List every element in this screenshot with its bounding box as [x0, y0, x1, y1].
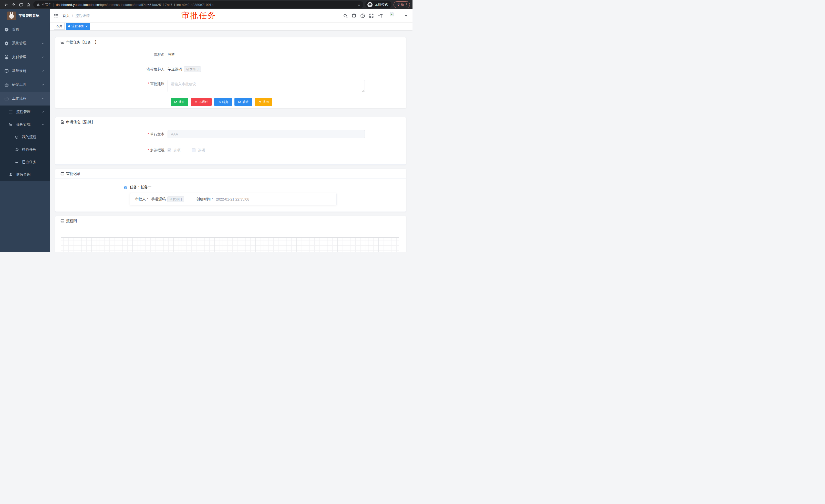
- sidebar-item-leave-query[interactable]: 请假查询: [0, 168, 50, 181]
- toolbox-icon: [4, 96, 9, 101]
- sidebar-item-task-mgmt[interactable]: 任务管理: [0, 118, 50, 131]
- active-dot: [68, 25, 70, 27]
- checkbox-checked-icon: [167, 148, 171, 152]
- avatar[interactable]: [389, 11, 399, 21]
- top-navbar: 首页 流程详情: [50, 9, 412, 22]
- advice-textarea[interactable]: [167, 80, 365, 92]
- sidebar-item-label: 支付管理: [12, 55, 41, 60]
- home-icon[interactable]: [25, 1, 32, 8]
- sidebar-item-my-process[interactable]: 我的流程: [0, 131, 50, 143]
- not-secure-indicator[interactable]: 不安全: [36, 2, 52, 7]
- font-size-icon[interactable]: [378, 14, 383, 18]
- tab-process-detail[interactable]: 流程详情: [66, 23, 90, 30]
- card-body: 任务：任务一 审批人： 芋道源码 研发部门 创建时间： 2022-01-21 2…: [55, 179, 406, 212]
- delegate-button[interactable]: 委派: [234, 98, 252, 106]
- transfer-button[interactable]: 转办: [214, 98, 232, 106]
- sidebar-item-home[interactable]: 首页: [0, 22, 50, 36]
- back-icon[interactable]: [3, 1, 9, 8]
- circle-x-icon: [195, 100, 198, 103]
- edit-square-icon: [218, 100, 221, 103]
- field-label: 审批建议: [134, 80, 167, 92]
- checkbox-unchecked-icon: [192, 148, 196, 152]
- breadcrumb: 首页 流程详情: [63, 14, 90, 18]
- url-path: /bpm/process-instance/detail?id=54aa251f…: [99, 3, 214, 7]
- sidebar-item-label: 基础设施: [12, 69, 41, 73]
- url-text[interactable]: dashboard.yudao.iocoder.cn/bpm/process-i…: [56, 3, 355, 7]
- chevron-down-icon: [41, 56, 44, 59]
- app-logo[interactable]: 芋道管理系统: [0, 9, 50, 22]
- sidebar-item-workflow[interactable]: 工作流程: [0, 92, 50, 105]
- card-title: 审批记录: [66, 172, 80, 176]
- sidebar-item-label: 已办任务: [22, 160, 44, 164]
- eye-open-icon: [14, 148, 19, 152]
- github-icon[interactable]: [352, 13, 356, 18]
- approve-button[interactable]: 通过: [171, 98, 188, 106]
- sidebar-item-todo-tasks[interactable]: 待办任务: [0, 143, 50, 156]
- sidebar-item-done-tasks[interactable]: 已办任务: [0, 156, 50, 168]
- approver-name: 芋道源码: [151, 197, 165, 201]
- form-row-checkbox-group: 多选框组 选项一 选项二: [134, 146, 401, 154]
- reject-button[interactable]: 不通过: [191, 98, 212, 106]
- time-value: 2022-01-21 22:35:08: [216, 197, 249, 201]
- forward-icon[interactable]: [10, 1, 17, 8]
- sidebar-item-infra[interactable]: 基础设施: [0, 64, 50, 78]
- checkbox-option1[interactable]: 选项一: [167, 148, 184, 153]
- button-label: 退回: [262, 100, 269, 104]
- form-row-process-name: 流程名 滔博: [134, 51, 401, 59]
- breadcrumb-home[interactable]: 首页: [63, 14, 70, 18]
- list-icon: [8, 110, 13, 114]
- clock-icon: [124, 185, 127, 189]
- approval-actions: 通过 不通过 转办 委派: [171, 98, 401, 106]
- tab-label: 流程详情: [71, 24, 84, 28]
- incognito-label: 无痕模式: [375, 2, 388, 7]
- time-label: 创建时间：: [196, 197, 214, 201]
- sidebar-fold-icon[interactable]: [50, 9, 63, 22]
- initiator-name: 芋道源码: [167, 65, 182, 73]
- sidebar: 芋道管理系统 首页 系统管理 支付管理 基础设施 研发工具: [0, 9, 50, 252]
- sidebar-item-label: 流程管理: [16, 110, 41, 114]
- picture-icon: [61, 219, 64, 223]
- reload-icon[interactable]: [17, 1, 24, 8]
- not-secure-label: 不安全: [42, 2, 52, 7]
- help-icon[interactable]: [360, 13, 365, 18]
- address-bar[interactable]: 不安全 dashboard.yudao.iocoder.cn/bpm/proce…: [33, 1, 363, 8]
- bpmn-canvas-grid[interactable]: [61, 237, 399, 252]
- breadcrumb-current: 流程详情: [75, 14, 90, 18]
- card-title: 审批任务【任务一】: [66, 40, 98, 45]
- tags-view-bar: 首页 流程详情: [50, 22, 412, 30]
- toolbox-icon: [4, 83, 9, 87]
- bookmark-star-icon[interactable]: ☆: [357, 2, 361, 7]
- edit-square-icon: [174, 100, 177, 103]
- avatar-caret-icon[interactable]: [405, 15, 407, 18]
- checkbox-option2[interactable]: 选项二: [192, 148, 209, 153]
- browser-menu-icon[interactable]: [406, 3, 407, 6]
- approval-task-card: 审批任务【任务一】 流程名 滔博 流程发起人 芋道源码 研发部门 审批建议: [55, 37, 406, 108]
- sidebar-item-system[interactable]: 系统管理: [0, 36, 50, 50]
- main-area: 首页 流程详情: [50, 9, 412, 252]
- undo-icon: [258, 100, 261, 103]
- chevron-up-icon: [41, 123, 44, 126]
- return-button[interactable]: 退回: [255, 98, 272, 106]
- fullscreen-icon[interactable]: [369, 13, 374, 18]
- checkbox-label: 选项一: [173, 148, 184, 153]
- single-text-input[interactable]: [167, 130, 365, 138]
- field-label: 流程名: [134, 51, 167, 59]
- sidebar-item-process-mgmt[interactable]: 流程管理: [0, 105, 50, 118]
- button-label: 转办: [222, 100, 228, 104]
- gear-icon: [4, 41, 9, 46]
- sidebar-item-label: 工作流程: [12, 96, 41, 101]
- dept-tag: 研发部门: [167, 196, 184, 202]
- browser-toolbar: 不安全 dashboard.yudao.iocoder.cn/bpm/proce…: [0, 0, 412, 9]
- card-title: 流程图: [66, 219, 77, 223]
- sidebar-item-label: 我的流程: [22, 135, 44, 139]
- incognito-icon: [367, 2, 373, 7]
- browser-update-button[interactable]: 更新: [393, 1, 410, 8]
- sidebar-item-devtools[interactable]: 研发工具: [0, 78, 50, 92]
- chevron-down-icon: [41, 42, 44, 45]
- document-icon: [61, 120, 64, 124]
- close-icon[interactable]: [86, 25, 88, 27]
- breadcrumb-separator: [72, 14, 73, 18]
- search-icon[interactable]: [343, 14, 348, 18]
- tab-home[interactable]: 首页: [54, 23, 65, 30]
- sidebar-item-payment[interactable]: 支付管理: [0, 50, 50, 64]
